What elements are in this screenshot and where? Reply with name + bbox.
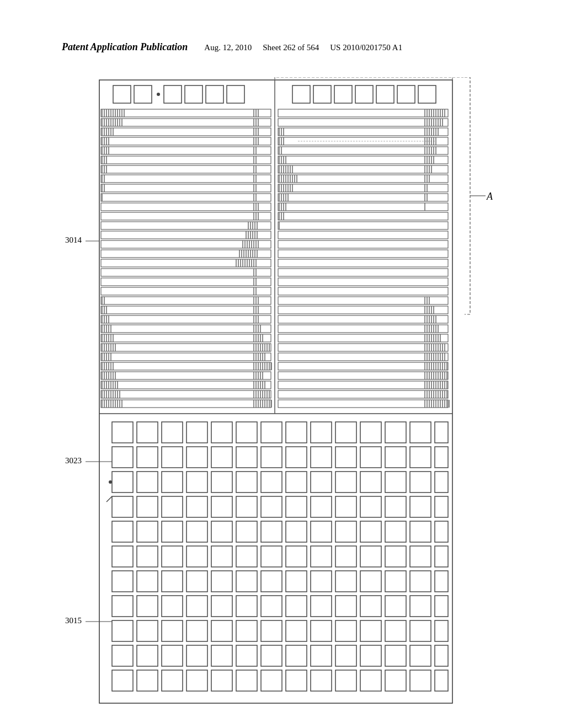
svg-rect-700 [236,670,257,691]
svg-text:A: A [486,191,493,202]
svg-rect-603 [261,496,282,517]
svg-rect-656 [186,596,207,617]
svg-rect-615 [211,521,232,542]
svg-rect-18 [418,85,436,103]
svg-rect-259 [101,259,271,267]
svg-rect-665 [410,596,431,617]
svg-rect-625 [112,546,133,567]
svg-rect-16 [376,85,394,103]
svg-rect-617 [261,521,282,542]
svg-rect-634 [335,546,356,567]
svg-rect-561 [311,422,332,443]
svg-rect-608 [385,496,406,517]
svg-rect-668 [137,620,158,641]
svg-rect-688 [286,645,307,666]
svg-rect-704 [335,670,356,691]
svg-rect-6 [134,85,152,103]
svg-rect-131 [278,156,448,164]
svg-rect-698 [186,670,207,691]
svg-text:3015: 3015 [65,616,82,625]
svg-rect-650 [385,571,406,592]
svg-rect-293 [101,306,271,314]
svg-rect-563 [360,422,381,443]
svg-rect-682 [137,645,158,666]
svg-rect-576 [335,447,356,468]
svg-rect-14 [334,85,352,103]
svg-rect-540 [278,400,448,408]
svg-rect-275 [101,278,271,286]
svg-rect-632 [286,546,307,567]
svg-rect-651 [410,571,431,592]
svg-rect-438 [101,372,271,379]
svg-rect-592 [385,472,406,493]
svg-rect-601 [211,496,232,517]
svg-rect-621 [360,521,381,542]
svg-rect-587 [261,472,282,493]
svg-rect-274 [278,269,448,276]
svg-rect-271 [101,269,271,276]
svg-rect-708 [435,670,448,691]
svg-rect-628 [186,546,207,567]
svg-rect-630 [236,546,257,567]
publication-title: Patent Application Publication [62,41,188,53]
svg-rect-478 [278,381,448,389]
svg-rect-586 [236,472,257,493]
svg-rect-691 [360,645,381,666]
svg-rect-568 [137,447,158,468]
svg-rect-638 [435,546,448,567]
svg-rect-660 [286,596,307,617]
svg-rect-283 [101,297,271,304]
page-header: Patent Application Publication Aug. 12, … [62,41,532,53]
svg-rect-648 [335,571,356,592]
svg-rect-90 [101,137,271,145]
svg-rect-616 [236,521,257,542]
svg-rect-463 [101,381,271,389]
svg-rect-351 [278,334,448,342]
svg-rect-580 [435,447,448,468]
svg-rect-607 [360,496,381,517]
svg-rect-693 [410,645,431,666]
svg-rect-247 [278,240,448,248]
svg-rect-564 [385,422,406,443]
svg-rect-702 [286,670,307,691]
svg-rect-671 [211,620,232,641]
svg-rect-581 [112,472,133,493]
svg-rect-321 [101,325,271,333]
svg-rect-196 [278,194,448,201]
svg-rect-141 [101,165,271,173]
svg-rect-569 [162,447,183,468]
svg-rect-613 [162,521,183,542]
svg-rect-331 [278,325,448,333]
svg-rect-657 [211,596,232,617]
svg-rect-508 [278,390,448,398]
svg-rect-8 [164,85,182,103]
svg-rect-5 [113,85,131,103]
svg-rect-314 [278,315,448,323]
svg-rect-652 [435,571,448,592]
svg-rect-643 [211,571,232,592]
svg-rect-556 [186,422,207,443]
svg-rect-387 [101,353,271,361]
svg-rect-684 [186,645,207,666]
svg-rect-669 [162,620,183,641]
svg-rect-578 [385,447,406,468]
svg-rect-686 [236,645,257,666]
svg-text:3014: 3014 [65,235,82,244]
svg-rect-637 [410,546,431,567]
svg-rect-572 [236,447,257,468]
svg-rect-674 [286,620,307,641]
svg-rect-588 [286,472,307,493]
svg-rect-636 [385,546,406,567]
svg-point-595 [109,480,112,484]
svg-rect-599 [162,496,183,517]
svg-rect-574 [286,447,307,468]
svg-rect-653 [112,596,133,617]
svg-rect-490 [101,390,271,398]
svg-rect-410 [101,362,271,370]
svg-rect-214 [101,212,271,220]
svg-rect-164 [278,175,448,183]
svg-rect-579 [410,447,431,468]
svg-rect-699 [211,670,232,691]
svg-rect-598 [137,496,158,517]
svg-rect-591 [360,472,381,493]
